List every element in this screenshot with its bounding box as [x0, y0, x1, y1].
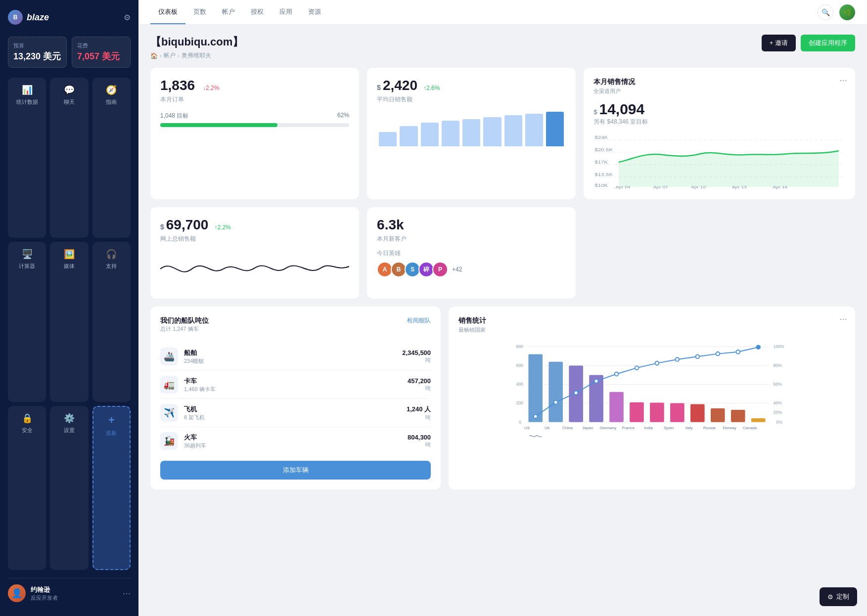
user-avatar-top[interactable]: 🌿: [839, 4, 855, 20]
nav-item-media[interactable]: 🖼️ 媒体: [50, 242, 88, 402]
nav-grid: 📊 统计数据 💬 聊天 🧭 指南 🖥️ 计算器 🖼️ 媒体 🎧 支持 🔒 安全: [8, 78, 131, 570]
invite-button[interactable]: + 邀请: [762, 35, 796, 51]
orders-value: 1,836: [160, 78, 195, 93]
fleet-item-train: 🚂 火车 36趟列车 804,300 吨: [160, 427, 431, 455]
sidebar-settings-icon[interactable]: ⚙: [124, 13, 131, 22]
svg-point-51: [716, 352, 720, 356]
sales-stats-more-btn[interactable]: ⋯: [839, 314, 847, 324]
svg-text:100%: 100%: [774, 344, 784, 349]
chat-label: 聊天: [64, 98, 75, 106]
guide-icon: 🧭: [106, 85, 117, 95]
sales-stats-title: 销售统计: [458, 316, 845, 325]
security-label: 安全: [22, 427, 33, 434]
sales-stats-subtitle: 最畅销国家: [458, 326, 845, 334]
expense-label: 花费: [77, 42, 125, 49]
add-vehicle-button[interactable]: 添加车辆: [160, 461, 431, 480]
total-prefix: $: [160, 223, 164, 231]
bar-col-5: [483, 117, 501, 146]
svg-point-50: [696, 354, 700, 358]
svg-text:US: US: [524, 426, 530, 430]
svg-point-49: [676, 357, 680, 361]
sidebar-footer: 👤 约翰逊 反应开发者 ⋯: [8, 578, 131, 608]
truck-unit: 吨: [408, 385, 431, 392]
nav-item-add[interactable]: + 添新: [92, 406, 131, 570]
sales-title: 本月销售情况: [593, 78, 845, 87]
calc-icon: 🖥️: [22, 249, 33, 260]
guide-label: 指南: [106, 98, 117, 106]
tab-dashboard[interactable]: 仪表板: [150, 0, 185, 24]
nav-item-calc[interactable]: 🖥️ 计算器: [8, 242, 46, 402]
bar-col-8: [546, 112, 564, 146]
new-customers-card: 6.3k 本月新客户 今日英雄 A B S 碎 P +42: [367, 207, 576, 299]
truck-value: 457,200 吨: [408, 377, 431, 392]
progress-section: 1,048 目标 62%: [160, 112, 349, 127]
nav-item-guide[interactable]: 🧭 指南: [92, 78, 131, 238]
svg-rect-38: [690, 404, 705, 422]
ship-icon: 🚢: [160, 348, 178, 365]
svg-text:Canada: Canada: [743, 426, 757, 430]
tab-resources[interactable]: 资源: [300, 0, 329, 24]
total-change: ↑2.2%: [214, 224, 230, 231]
stats-icon: 📊: [22, 85, 33, 95]
svg-rect-35: [630, 402, 644, 422]
breadcrumb-home: 🏠: [150, 52, 158, 59]
plane-amount: 1,240 人: [407, 405, 431, 414]
plane-sub: 8 架飞机: [184, 414, 401, 421]
spacer-cell: [584, 207, 855, 299]
train-sub: 36趟列车: [184, 442, 402, 449]
progress-pct: 62%: [337, 112, 349, 120]
customers-label: 本月新客户: [377, 235, 566, 243]
svg-point-44: [574, 391, 578, 395]
search-button[interactable]: 🔍: [818, 4, 833, 20]
sales-more-btn[interactable]: ⋯: [839, 76, 847, 85]
avg-change: ↑2.6%: [423, 85, 440, 91]
user-name: 约翰逊: [31, 585, 58, 594]
customize-button[interactable]: ⚙ 定制: [820, 587, 857, 606]
svg-point-48: [655, 361, 659, 365]
truck-sub: 1,460 辆卡车: [184, 386, 402, 393]
nav-item-security[interactable]: 🔒 安全: [8, 406, 46, 570]
hero-avatar-5: P: [432, 262, 448, 277]
ship-unit: 吨: [402, 356, 431, 364]
settings-label: 设置: [64, 427, 75, 434]
tab-auth[interactable]: 授权: [243, 0, 272, 24]
svg-text:Japan: Japan: [582, 426, 593, 430]
svg-text:$10K: $10K: [595, 183, 608, 188]
nav-item-support[interactable]: 🎧 支持: [92, 242, 131, 402]
bar-col-2: [421, 123, 439, 146]
svg-text:0%: 0%: [776, 420, 782, 425]
customize-label: 定制: [836, 592, 849, 601]
stats-label: 统计数据: [16, 98, 38, 106]
bar-col-6: [504, 115, 522, 146]
progress-label: 1,048 目标: [160, 112, 188, 120]
create-button[interactable]: 创建应用程序: [801, 35, 855, 51]
nav-item-chat[interactable]: 💬 聊天: [50, 78, 88, 238]
tab-apps[interactable]: 应用: [272, 0, 300, 24]
sidebar-logo-area: B blaze ⚙: [8, 8, 131, 27]
budget-card: 预算 13,230 美元: [8, 37, 67, 68]
logo-text: blaze: [27, 12, 49, 23]
hero-count: +42: [452, 266, 462, 273]
logo-left: B blaze: [8, 10, 49, 25]
svg-text:China: China: [562, 426, 573, 430]
page-title: 【biqubiqu.com】: [150, 35, 243, 49]
ship-value: 2,345,500 吨: [402, 349, 431, 364]
progress-bar-bg: [160, 123, 349, 127]
fleet-browse-link[interactable]: 检阅舰队: [407, 316, 431, 325]
logo-icon: B: [8, 10, 23, 25]
train-value: 804,300 吨: [408, 434, 431, 448]
train-name: 火车: [184, 433, 402, 442]
svg-text:Apr 16: Apr 16: [773, 185, 788, 189]
tab-pages[interactable]: 页数: [185, 0, 214, 24]
svg-text:Apr 13: Apr 13: [732, 185, 747, 189]
svg-point-43: [554, 400, 558, 404]
nav-item-settings[interactable]: ⚙️ 设置: [50, 406, 88, 570]
truck-name: 卡车: [184, 377, 402, 386]
second-row: $ 69,700 ↑2.2% 网上总销售额 6.3k 本月新客户 今日英雄: [150, 207, 855, 299]
tab-accounts[interactable]: 帐户: [214, 0, 243, 24]
nav-item-stats[interactable]: 📊 统计数据: [8, 78, 46, 238]
user-more-icon[interactable]: ⋯: [123, 589, 131, 598]
svg-point-46: [615, 372, 619, 376]
combined-chart-svg: 800 600 400 200 0 100% 80%: [458, 340, 845, 439]
sales-target: 另有 $48,346 至目标: [593, 118, 845, 126]
